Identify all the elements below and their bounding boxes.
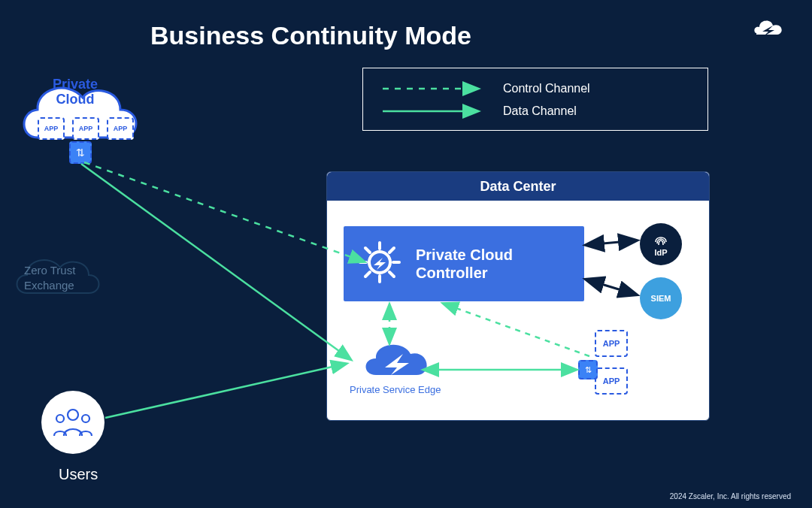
- svg-line-10: [365, 248, 370, 252]
- pse-label: Private Service Edge: [350, 384, 441, 395]
- private-cloud-label-1: Private: [53, 77, 98, 92]
- app-chip: APP: [595, 330, 628, 357]
- app-chip: APP: [107, 117, 134, 140]
- data-center-header: Data Center: [327, 172, 709, 201]
- svg-point-4: [82, 415, 89, 422]
- siem-node: SIEM: [640, 277, 682, 319]
- page-title: Business Continuity Mode: [150, 21, 471, 50]
- private-cloud-apps: APP APP APP: [38, 117, 134, 140]
- zscaler-logo-icon: [752, 15, 785, 45]
- line-cloud-to-pse: [81, 164, 350, 359]
- line-cloud-to-controller: [84, 162, 364, 262]
- app-chip: APP: [38, 117, 65, 140]
- users-label: Users: [59, 466, 98, 483]
- zte-label-2: Exchange: [24, 279, 74, 292]
- private-service-edge: Private Service Edge: [350, 337, 441, 395]
- footer-copyright: 2024 Zscaler, Inc. All rights reserved: [670, 492, 791, 500]
- svg-line-13: [365, 272, 370, 277]
- data-center: Data Center Pri: [326, 171, 710, 421]
- legend-control-arrow-icon: [381, 81, 486, 96]
- private-cloud: Private Cloud APP APP APP ⇅: [15, 66, 143, 164]
- zte-label-1: Zero Trust: [24, 264, 75, 277]
- gear-icon: [357, 240, 402, 288]
- zscaler-cloud-icon: [359, 337, 432, 381]
- app-chip: APP: [595, 367, 628, 395]
- data-center-apps: APP APP: [595, 330, 628, 395]
- users-node: [41, 391, 105, 454]
- svg-line-11: [389, 272, 394, 277]
- svg-line-12: [389, 248, 394, 252]
- private-cloud-controller: Private Cloud Controller: [344, 226, 584, 301]
- siem-label: SIEM: [651, 294, 671, 303]
- pcc-label-1: Private Cloud: [416, 246, 513, 263]
- private-cloud-label-2: Cloud: [56, 92, 95, 107]
- legend-data-arrow-icon: [381, 104, 486, 119]
- legend-control-label: Control Channel: [503, 82, 590, 95]
- app-chip: APP: [72, 117, 99, 140]
- app-connector-icon: ⇅: [578, 360, 598, 379]
- zero-trust-exchange: Zero Trust Exchange: [15, 256, 105, 285]
- idp-node: IdP: [640, 223, 682, 265]
- line-users-to-pse: [105, 364, 346, 418]
- svg-point-2: [68, 410, 78, 420]
- svg-point-3: [56, 415, 64, 422]
- app-connector-icon: ⇅: [69, 141, 92, 164]
- users-icon: [53, 407, 93, 437]
- fingerprint-icon: [653, 231, 669, 248]
- legend-data-label: Data Channel: [503, 104, 577, 118]
- pcc-label-2: Controller: [416, 265, 488, 281]
- idp-label: IdP: [654, 248, 667, 257]
- legend-box: Control Channel Data Channel: [362, 68, 708, 131]
